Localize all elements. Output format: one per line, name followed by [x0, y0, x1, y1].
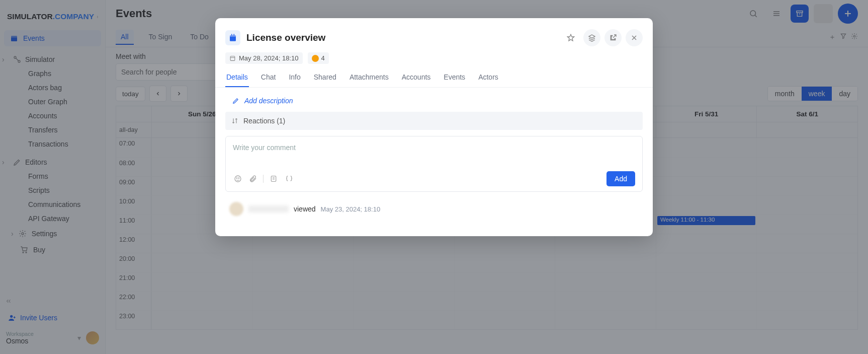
- divider: [263, 175, 264, 183]
- event-count-value: 4: [321, 54, 325, 62]
- svg-rect-25: [230, 56, 235, 61]
- star-button[interactable]: [562, 29, 579, 46]
- add-description-label: Add description: [244, 97, 293, 105]
- svg-rect-21: [231, 34, 232, 36]
- modal-tab-accounts[interactable]: Accounts: [401, 69, 432, 87]
- modal-tab-info[interactable]: Info: [288, 69, 301, 87]
- event-count-badge[interactable]: 4: [308, 52, 329, 64]
- paperclip-icon: [249, 175, 257, 183]
- svg-point-27: [235, 176, 241, 182]
- modal-tab-details[interactable]: Details: [225, 69, 249, 87]
- svg-rect-22: [234, 34, 235, 36]
- layers-icon: [588, 34, 596, 42]
- modal-overlay[interactable]: License overview May 28, 2024; 18:10: [0, 0, 868, 354]
- modal-title: License overview: [246, 32, 325, 43]
- reaction-action: viewed: [294, 205, 316, 213]
- event-date-chip[interactable]: May 28, 2024; 18:10: [225, 52, 303, 64]
- calendar-event-icon: [228, 33, 237, 42]
- comment-input[interactable]: [233, 144, 635, 160]
- reactions-header[interactable]: Reactions (1): [225, 112, 643, 130]
- braces-icon: [285, 175, 294, 183]
- modal-tab-actors[interactable]: Actors: [477, 69, 499, 87]
- event-modal: License overview May 28, 2024; 18:10: [215, 18, 653, 236]
- reaction-user-avatar: [229, 202, 243, 216]
- open-button[interactable]: [604, 29, 622, 46]
- svg-point-28: [236, 178, 237, 178]
- external-link-icon: [609, 34, 617, 42]
- modal-tab-attachments[interactable]: Attachments: [349, 69, 390, 87]
- badge-dot-icon: [312, 55, 319, 62]
- modal-tab-chat[interactable]: Chat: [260, 69, 277, 87]
- reaction-user-name: [248, 205, 289, 213]
- svg-rect-20: [230, 35, 236, 37]
- emoji-icon: [234, 175, 242, 183]
- calendar-icon: [229, 55, 236, 61]
- attach-button[interactable]: [248, 174, 258, 184]
- close-icon: [630, 34, 638, 42]
- svg-point-29: [238, 178, 239, 178]
- modal-tab-events[interactable]: Events: [443, 69, 466, 87]
- sort-icon: [231, 117, 238, 124]
- note-icon: [270, 175, 278, 183]
- code-button[interactable]: [284, 174, 295, 184]
- modal-tab-shared[interactable]: Shared: [313, 69, 337, 87]
- mention-button[interactable]: [269, 174, 279, 184]
- pencil-icon: [232, 97, 239, 104]
- comment-box: Add: [225, 136, 643, 192]
- add-comment-button[interactable]: Add: [606, 171, 635, 186]
- layers-button[interactable]: [583, 29, 600, 46]
- event-date-text: May 28, 2024; 18:10: [239, 54, 299, 62]
- close-button[interactable]: [626, 29, 643, 46]
- reaction-timestamp: May 23, 2024; 18:10: [321, 205, 381, 213]
- star-icon: [567, 34, 575, 42]
- emoji-button[interactable]: [233, 174, 243, 184]
- event-type-icon: [225, 30, 240, 45]
- reactions-header-label: Reactions (1): [243, 117, 285, 125]
- reaction-item: viewed May 23, 2024; 18:10: [215, 192, 653, 216]
- add-description-button[interactable]: Add description: [215, 88, 653, 112]
